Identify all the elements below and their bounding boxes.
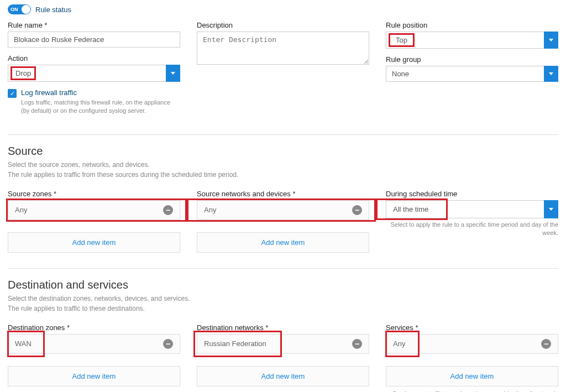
schedule-col: During scheduled time All the time Selec… [386,190,558,256]
dest-networks-label: Destination networks [197,323,369,332]
source-title: Source [8,145,558,158]
dest-networks-add[interactable]: Add new item [197,366,369,386]
divider-2 [8,268,558,269]
dest-networks-value: Russian Federation [204,339,266,348]
remove-icon[interactable] [352,339,362,349]
schedule-select[interactable]: All the time [386,200,558,218]
rule-group-caret[interactable] [544,66,558,82]
divider-1 [8,134,558,135]
source-networks-label: Source networks and devices [197,190,369,198]
dest-desc-1: Select the destination zones, networks, … [8,295,190,302]
col-left: Rule name Action Drop ✓ Log firewall tra… [8,21,180,122]
services-item[interactable]: Any [386,334,558,354]
source-networks-value: Any [204,206,216,214]
source-desc-2: The rule applies to traffic from these s… [8,171,238,179]
rule-group-label: Rule group [386,55,558,64]
col-mid: Description [197,21,369,122]
dest-zones-col: Destination zones WAN Add new item [8,323,180,392]
rule-name-label: Rule name [8,21,180,29]
log-traffic-row: ✓ Log firewall traffic Logs traffic, mat… [8,88,180,116]
remove-icon[interactable] [352,205,362,215]
rule-position-select[interactable]: Top [386,32,558,49]
destination-section: Destination and services Select the dest… [8,279,558,392]
description-label: Description [197,21,369,29]
rule-status-label: Rule status [35,6,71,14]
schedule-value: All the time [393,205,428,213]
chevron-down-icon [549,208,553,211]
remove-icon[interactable] [541,339,551,349]
description-textarea[interactable] [197,32,369,65]
schedule-help: Select to apply the rule to a specific t… [386,221,558,238]
chevron-down-icon [549,39,553,41]
rule-position-value: Top [389,33,415,47]
destination-title: Destination and services [8,279,558,291]
rule-group-select[interactable]: None [386,66,558,82]
toggle-on-label: ON [11,7,18,12]
schedule-label: During scheduled time [386,190,558,198]
rule-name-input[interactable] [8,32,180,48]
source-desc-1: Select the source zones, networks, and d… [8,161,150,169]
log-traffic-help: Logs traffic, matching this firewall rul… [21,98,180,116]
services-col: Services Any Add new item Services are t… [386,323,558,392]
source-zones-label: Source zones [8,190,180,198]
dest-zones-value: WAN [15,339,32,348]
log-traffic-label: Log firewall traffic [21,88,180,97]
source-zones-value: Any [15,206,27,214]
action-select[interactable]: Drop [8,65,180,82]
rule-status-row: ON Rule status [8,4,558,14]
rule-status-toggle[interactable]: ON [8,4,31,14]
destination-row: Destination zones WAN Add new item Desti… [8,323,558,392]
source-networks-item[interactable]: Any [197,200,369,220]
services-help: Services are traffic types based on a co… [386,390,558,392]
services-add[interactable]: Add new item [386,366,558,386]
dest-zones-add[interactable]: Add new item [8,366,180,386]
schedule-caret[interactable] [544,200,558,218]
source-zones-add[interactable]: Add new item [8,232,180,253]
chevron-down-icon [171,72,175,75]
log-traffic-checkbox[interactable]: ✓ [8,89,17,98]
rule-position-caret[interactable] [544,32,558,49]
dest-networks-item[interactable]: Russian Federation [197,334,369,354]
chevron-down-icon [549,72,553,75]
source-zones-col: Source zones Any Add new item [8,190,180,256]
form-row-1: Rule name Action Drop ✓ Log firewall tra… [8,21,558,122]
dest-networks-col: Destination networks Russian Federation … [197,323,369,392]
rule-position-label: Rule position [386,21,558,29]
services-label: Services [386,323,558,332]
services-value: Any [393,339,405,348]
source-networks-add[interactable]: Add new item [197,232,369,253]
toggle-knob [22,5,30,14]
rule-group-value: None [386,66,544,82]
check-icon: ✓ [10,91,15,97]
destination-desc: Select the destination zones, networks, … [8,294,558,313]
dest-zones-label: Destination zones [8,323,180,332]
remove-icon[interactable] [163,205,173,215]
source-zones-item[interactable]: Any [8,200,180,220]
dest-desc-2: The rule applies to traffic to these des… [8,305,145,312]
col-right: Rule position Top Rule group None [386,21,558,122]
source-section: Source Select the source zones, networks… [8,145,558,256]
remove-icon[interactable] [163,339,173,349]
action-label: Action [8,54,180,62]
source-row: Source zones Any Add new item Source net… [8,190,558,256]
source-networks-col: Source networks and devices Any Add new … [197,190,369,256]
source-desc: Select the source zones, networks, and d… [8,160,558,180]
action-value: Drop [11,66,36,80]
action-caret[interactable] [166,65,180,82]
dest-zones-item[interactable]: WAN [8,334,180,354]
